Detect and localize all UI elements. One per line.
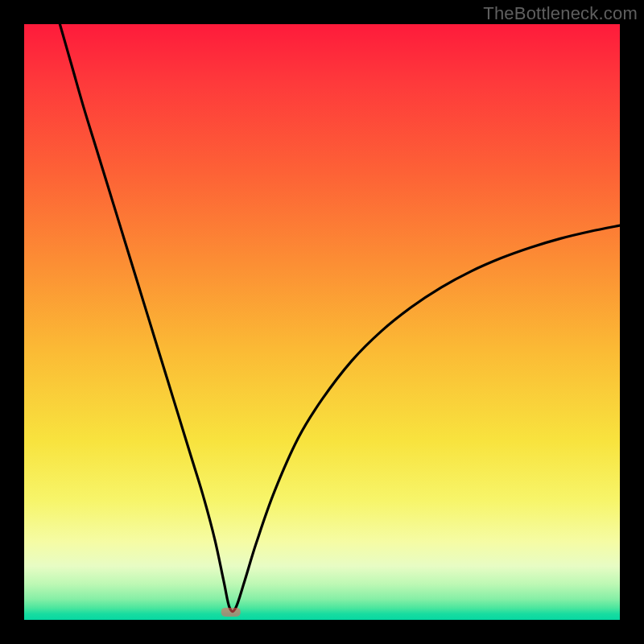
plot-area [24,24,620,620]
curve-svg [24,24,620,620]
watermark-text: TheBottleneck.com [483,3,638,24]
bottleneck-curve [60,24,620,612]
chart-frame: TheBottleneck.com [0,0,644,644]
sweet-spot-marker [221,608,241,617]
